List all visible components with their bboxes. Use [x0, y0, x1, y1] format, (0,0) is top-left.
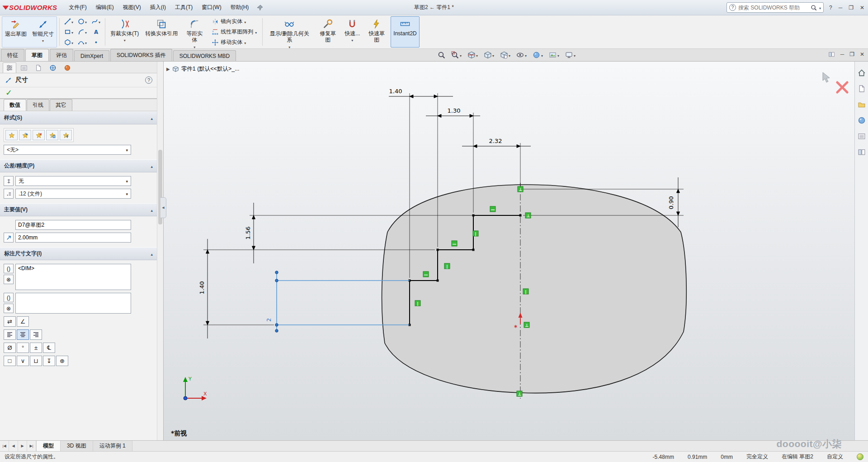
three-point-arc-button[interactable] — [75, 37, 89, 48]
square-symbol-button[interactable]: □ — [4, 356, 16, 366]
constraint-badge[interactable]: ⊥ — [525, 213, 531, 218]
arc-tool-caret[interactable] — [85, 29, 87, 35]
convert-entities-button[interactable]: 转换实体引用 — [142, 16, 180, 48]
edit-appearance-button[interactable] — [531, 50, 544, 60]
circle-tool-button[interactable] — [75, 16, 89, 27]
set-default-style-button[interactable] — [5, 130, 18, 140]
help-search-box[interactable]: ? — [726, 2, 824, 13]
rectangle-tool-caret[interactable] — [71, 29, 73, 35]
next-tab-button[interactable]: ▶ — [18, 441, 27, 451]
display-delete-relations-button[interactable]: 显示/删除几何关系 — [265, 16, 314, 48]
dimension-label[interactable]: 1.40 — [198, 281, 205, 295]
linear-pattern-caret[interactable] — [255, 29, 257, 35]
split-view-icon[interactable] — [828, 51, 835, 57]
repair-sketch-button[interactable]: 修复草图 — [315, 16, 341, 48]
panel-collapse-handle[interactable]: ◀ — [160, 197, 166, 218]
search-options-caret[interactable] — [819, 5, 821, 11]
move-entities-button[interactable]: 移动实体 — [208, 38, 260, 47]
tab-property-manager[interactable] — [3, 62, 16, 73]
instant2d-button[interactable]: Instant2D — [391, 16, 419, 48]
point-tool-button[interactable] — [89, 37, 103, 48]
plus-minus-symbol-button[interactable]: ± — [30, 343, 42, 353]
tab-sketch[interactable]: 草图 — [25, 49, 49, 61]
doc-close-button[interactable]: ✕ — [860, 51, 864, 57]
tree-expand-icon[interactable]: ▶ — [166, 67, 170, 71]
constraint-badge[interactable]: — — [423, 271, 429, 277]
previous-tab-button[interactable]: ◀ — [9, 441, 18, 451]
more-symbols-button[interactable]: ⊕ — [56, 356, 68, 366]
selected-dimension-label[interactable]: 2 — [266, 318, 272, 322]
polygon-tool-button[interactable] — [62, 37, 75, 48]
countersink-symbol-button[interactable]: ∨ — [17, 356, 29, 366]
quick-snaps-button[interactable]: 快速... — [342, 16, 363, 48]
dimension-label[interactable]: 0.90 — [668, 196, 675, 210]
zoom-area-button[interactable] — [450, 50, 463, 60]
zoom-fit-button[interactable] — [436, 50, 447, 60]
dimension-value-input[interactable] — [15, 233, 131, 243]
view-settings-button[interactable] — [564, 50, 577, 60]
doc-minimize-button[interactable]: ─ — [840, 51, 844, 57]
minimize-button[interactable]: ─ — [839, 5, 843, 11]
view-orientation-button[interactable] — [482, 50, 495, 60]
last-tab-button[interactable]: ▶| — [27, 441, 36, 451]
add-style-button[interactable] — [19, 130, 31, 140]
section-view-button[interactable] — [466, 50, 479, 60]
menu-item-edit[interactable]: 编辑(E) — [91, 1, 118, 14]
add-parenthesis-button[interactable]: () — [4, 264, 14, 273]
menu-item-help[interactable]: 帮助(H) — [226, 1, 254, 14]
centerline-symbol-button[interactable]: ℄ — [43, 343, 55, 353]
dimension-label[interactable]: 1.40 — [389, 88, 402, 95]
graphics-viewport[interactable]: ▶ 零件1 (默认<<默认>_... — [164, 62, 854, 440]
ok-check-button[interactable]: ✓ — [5, 89, 12, 97]
precision-select[interactable]: .12 (文件) — [15, 189, 131, 199]
degree-symbol-button[interactable]: ° — [17, 343, 29, 353]
constraint-badge[interactable]: | — [473, 231, 478, 236]
diameter-symbol-button[interactable]: Ø — [4, 343, 16, 353]
hide-show-items-button[interactable] — [515, 50, 528, 60]
extension-line-toggle-button[interactable]: ⇄ — [4, 316, 16, 327]
dimension-label[interactable]: 1.56 — [245, 227, 251, 240]
line-tool-button[interactable] — [62, 16, 75, 27]
mirror-entities-caret[interactable] — [244, 19, 246, 25]
quick-snaps-caret[interactable] — [351, 37, 353, 43]
dimension-label[interactable]: 2.32 — [489, 138, 502, 144]
part-tree-label[interactable]: 零件1 (默认<<默认>_... — [181, 65, 240, 73]
line-tool-caret[interactable] — [71, 19, 73, 25]
smart-dimension-caret[interactable] — [42, 37, 44, 43]
custom-properties-list-icon[interactable] — [858, 132, 866, 140]
text-tool-button[interactable]: A — [89, 27, 103, 37]
display-style-button[interactable] — [499, 50, 512, 60]
angle-text-button[interactable]: ∠ — [17, 316, 29, 327]
menu-item-insert[interactable]: 插入(I) — [146, 1, 170, 14]
constraint-badge[interactable]: ⊥ — [524, 322, 529, 328]
dimension-text-input[interactable]: <DIM> — [15, 264, 131, 290]
view-settings-caret[interactable] — [574, 52, 576, 58]
resource-monitor-icon[interactable] — [857, 453, 863, 460]
style-section-header[interactable]: 样式(S) — [0, 111, 157, 124]
tab-evaluate[interactable]: 评估 — [50, 49, 73, 61]
cancel-sketch-button[interactable] — [837, 82, 847, 92]
tab-other[interactable]: 其它 — [50, 99, 72, 111]
tab-model[interactable]: 模型 — [37, 441, 61, 451]
tab-features[interactable]: 特征 — [1, 49, 24, 61]
apply-scene-caret[interactable] — [557, 52, 559, 58]
help-button[interactable]: ? — [829, 5, 832, 11]
rapid-sketch-button[interactable]: 快速草图 — [363, 16, 390, 48]
menu-item-view[interactable]: 视图(V) — [118, 1, 146, 14]
center-dimension-button[interactable]: ⊗ — [4, 275, 14, 284]
override-value-button[interactable] — [4, 233, 14, 243]
feature-tree-flyout[interactable]: ▶ 零件1 (默认<<默认>_... — [166, 65, 240, 73]
menu-item-tools[interactable]: 工具(T) — [170, 1, 197, 14]
tab-solidworks-addins[interactable]: SOLIDWORKS 插件 — [110, 49, 172, 61]
apply-scene-button[interactable] — [547, 50, 561, 60]
dimension-name-field[interactable] — [15, 220, 131, 230]
linear-pattern-button[interactable]: 线性草图阵列 — [208, 27, 260, 37]
tab-leaders[interactable]: 引线 — [27, 99, 49, 111]
part-face[interactable] — [382, 185, 687, 393]
add-parenthesis-button-2[interactable]: () — [4, 293, 14, 302]
constraint-badge[interactable]: — — [452, 241, 457, 246]
dimension-label[interactable]: 1.30 — [448, 107, 461, 114]
search-icon[interactable] — [811, 5, 817, 11]
section-view-caret[interactable] — [476, 52, 478, 58]
tolerance-type-select[interactable]: 无 — [15, 176, 131, 186]
